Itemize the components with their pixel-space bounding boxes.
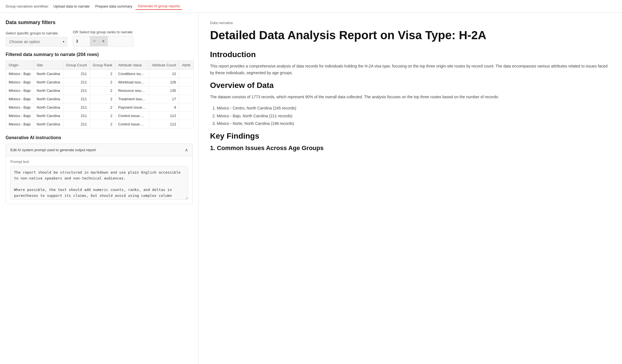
left-panel: Data summary filters Select specific gro… <box>0 13 199 364</box>
narrative-label: Data narrative <box>210 21 611 25</box>
section-common-issues-heading: 1. Common Issues Across Age Groups <box>210 144 611 152</box>
ai-instructions-body: Prompt text <box>6 156 193 204</box>
top-nav: Group narratives workflow: Upload data t… <box>0 0 622 13</box>
cell-site: North Carolina <box>34 112 63 120</box>
group-select[interactable]: Choose an option <box>6 37 67 46</box>
cell-attrib <box>179 95 193 103</box>
cell-group-rank: 2 <box>90 103 115 112</box>
filters-title: Data summary filters <box>6 20 193 25</box>
table-row: México - Bajo North Carolina 211 2 Contr… <box>6 112 194 120</box>
cell-site: North Carolina <box>34 95 63 103</box>
main-layout: Data summary filters Select specific gro… <box>0 13 622 364</box>
cell-attribute-count: 135 <box>149 87 179 95</box>
cell-attribute-count: 9 <box>149 103 179 112</box>
nav-prepare[interactable]: Prepare data summary <box>93 3 134 10</box>
introduction-para: This report provides a comprehensive ana… <box>210 63 611 76</box>
decrease-rank-button[interactable]: − <box>90 36 99 46</box>
cell-origin: México - Bajo <box>6 103 34 112</box>
cell-site: North Carolina <box>34 103 63 112</box>
col-origin: Origin <box>6 61 34 70</box>
cell-group-count: 211 <box>63 95 90 103</box>
cell-attribute-value: Conditions issue:Yes <box>115 70 149 78</box>
rank-input-group: − + <box>73 36 133 46</box>
table-body: México - Bajo North Carolina 211 2 Condi… <box>6 70 194 129</box>
table-row: México - Bajo North Carolina 211 2 Workl… <box>6 78 194 87</box>
cell-group-rank: 2 <box>90 87 115 95</box>
cell-group-rank: 2 <box>90 120 115 129</box>
cell-group-rank: 2 <box>90 112 115 120</box>
workflow-label: Group narratives workflow: <box>6 4 49 8</box>
select-label: Select specific groups to narrate: <box>6 31 67 35</box>
overview-list: México - Centro, North Carolina (245 rec… <box>210 105 611 127</box>
cell-attribute-value: Control issue:Yes <box>115 112 149 120</box>
table-header: Origin Site Group Count Group Rank Attri… <box>6 61 194 70</box>
cell-group-count: 211 <box>63 120 90 129</box>
cell-attrib <box>179 70 193 78</box>
cell-attrib <box>179 103 193 112</box>
col-attrib: Attrib <box>179 61 193 70</box>
cell-site: North Carolina <box>34 78 63 87</box>
or-select-label: OR Select top group ranks to narrate: <box>73 30 133 34</box>
cell-group-count: 211 <box>63 112 90 120</box>
cell-origin: México - Bajo <box>6 78 34 87</box>
cell-group-rank: 2 <box>90 78 115 87</box>
cell-origin: México - Bajo <box>6 95 34 103</box>
section-key-findings-heading: Key Findings <box>210 132 611 141</box>
list-item: México - Bajo, North Carolina (211 recor… <box>217 113 611 120</box>
group-select-filter: Select specific groups to narrate: Choos… <box>6 31 67 46</box>
ai-section-title: Generative AI instructions <box>6 135 193 140</box>
increase-rank-button[interactable]: + <box>99 36 108 46</box>
ai-instructions-box: Edit AI system prompt used to generate o… <box>6 144 193 204</box>
filters-row: Select specific groups to narrate: Choos… <box>6 30 193 46</box>
cell-attribute-value: Workload issue:Yes <box>115 78 149 87</box>
ai-header-text: Edit AI system prompt used to generate o… <box>10 148 96 152</box>
cell-group-count: 211 <box>63 70 90 78</box>
ai-instructions-header[interactable]: Edit AI system prompt used to generate o… <box>6 144 193 156</box>
select-wrapper: Choose an option ▾ <box>6 37 67 46</box>
cell-attrib <box>179 78 193 87</box>
cell-origin: México - Bajo <box>6 87 34 95</box>
table-section-title: Filtered data summary to narrate (204 ro… <box>6 52 193 57</box>
cell-site: North Carolina <box>34 87 63 95</box>
cell-attribute-count: 17 <box>149 95 179 103</box>
overview-para: The dataset consists of 1773 records, wh… <box>210 94 611 101</box>
right-panel: Data narrative Detailed Data Analysis Re… <box>199 13 622 364</box>
prompt-label: Prompt text <box>10 160 188 164</box>
col-group-rank: Group Rank <box>90 61 115 70</box>
table-row: México - Bajo North Carolina 211 2 Payme… <box>6 103 194 112</box>
rank-filter: OR Select top group ranks to narrate: − … <box>73 30 133 46</box>
cell-group-count: 211 <box>63 78 90 87</box>
list-item: México - Norte, North Carolina (198 reco… <box>217 120 611 127</box>
col-site: Site <box>34 61 63 70</box>
col-attribute-value: Attribute Value <box>115 61 149 70</box>
cell-attrib <box>179 120 193 129</box>
cell-group-rank: 2 <box>90 70 115 78</box>
nav-upload[interactable]: Upload data to narrate <box>51 3 92 10</box>
cell-attribute-count: 112 <box>149 120 179 129</box>
data-table: Origin Site Group Count Group Rank Attri… <box>6 60 194 129</box>
list-item: México - Centro, North Carolina (245 rec… <box>217 105 611 112</box>
cell-attribute-count: 126 <box>149 78 179 87</box>
cell-attribute-value: Treatment issue:Yes <box>115 95 149 103</box>
prompt-textarea[interactable] <box>10 166 188 200</box>
col-attribute-count: Attribute Count <box>149 61 179 70</box>
table-row: México - Bajo North Carolina 211 2 Treat… <box>6 95 194 103</box>
col-group-count: Group Count <box>63 61 90 70</box>
report-title: Detailed Data Analysis Report on Visa Ty… <box>210 28 611 42</box>
cell-attrib <box>179 87 193 95</box>
rank-input[interactable] <box>73 37 90 46</box>
table-row: México - Bajo North Carolina 211 2 Resou… <box>6 87 194 95</box>
cell-origin: México - Bajo <box>6 120 34 129</box>
cell-site: North Carolina <box>34 120 63 129</box>
chevron-up-icon: ∧ <box>185 147 188 153</box>
section-overview-heading: Overview of Data <box>210 81 611 90</box>
cell-origin: México - Bajo <box>6 70 34 78</box>
table-row: México - Bajo North Carolina 211 2 Contr… <box>6 120 194 129</box>
cell-group-rank: 2 <box>90 95 115 103</box>
nav-generate[interactable]: Generate AI group reports <box>136 3 182 10</box>
cell-group-count: 211 <box>63 103 90 112</box>
cell-attribute-count: 12 <box>149 70 179 78</box>
table-row: México - Bajo North Carolina 211 2 Condi… <box>6 70 194 78</box>
cell-attribute-value: Control issue:Yes <box>115 120 149 129</box>
cell-origin: México - Bajo <box>6 112 34 120</box>
